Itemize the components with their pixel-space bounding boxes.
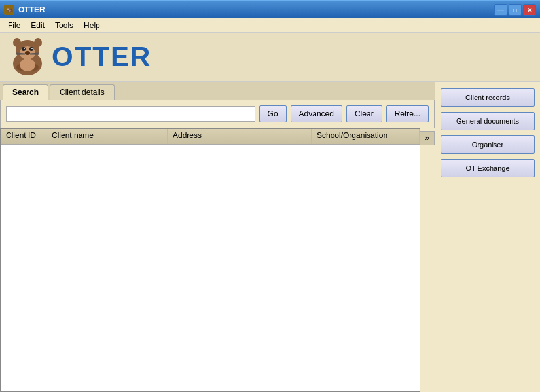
svg-point-16 — [20, 58, 35, 71]
menu-tools[interactable]: Tools — [50, 20, 79, 31]
collapse-button[interactable]: » — [420, 131, 435, 145]
col-header-school: School/Organisation — [312, 129, 420, 144]
title-bar-left: 🦦 OTTER — [4, 5, 45, 15]
tab-bar: Search Client details — [0, 82, 435, 100]
organiser-button[interactable]: Organiser — [441, 135, 535, 154]
menu-bar: File Edit Tools Help — [0, 18, 540, 33]
client-records-button[interactable]: Client records — [441, 88, 535, 107]
app-header: OTTER — [0, 33, 540, 82]
general-documents-button[interactable]: General documents — [441, 112, 535, 130]
svg-point-5 — [22, 47, 26, 51]
svg-point-6 — [29, 47, 33, 51]
logo-text: OTTER — [52, 41, 151, 73]
window-title: OTTER — [18, 5, 45, 14]
svg-point-9 — [25, 51, 30, 55]
logo-image — [7, 36, 49, 79]
left-main: Client ID Client name Address School/Org… — [0, 128, 420, 392]
col-header-address: Address — [168, 129, 312, 144]
menu-help[interactable]: Help — [79, 20, 105, 31]
title-bar-controls[interactable]: — □ ✕ — [494, 4, 536, 16]
clear-button[interactable]: Clear — [346, 105, 382, 122]
svg-point-2 — [13, 38, 21, 47]
tab-client-details[interactable]: Client details — [50, 84, 115, 100]
menu-edit[interactable]: Edit — [26, 20, 50, 31]
go-button[interactable]: Go — [259, 105, 287, 122]
menu-file[interactable]: File — [3, 20, 26, 31]
table-header: Client ID Client name Address School/Org… — [1, 129, 420, 145]
left-panel: Search Client details Go Advanced Clear … — [0, 82, 435, 392]
minimize-button[interactable]: — — [494, 4, 507, 16]
maximize-button[interactable]: □ — [509, 4, 522, 16]
svg-point-8 — [31, 48, 33, 49]
ot-exchange-button[interactable]: OT Exchange — [441, 159, 535, 177]
right-panel: Client records General documents Organis… — [435, 82, 540, 392]
table-panel: Client ID Client name Address School/Org… — [0, 128, 435, 392]
logo-container: OTTER — [7, 36, 151, 79]
table-body — [1, 145, 420, 391]
search-area: Go Advanced Clear Refre... — [0, 100, 435, 128]
title-bar: 🦦 OTTER — □ ✕ — [0, 0, 540, 18]
search-input[interactable] — [6, 106, 255, 122]
refresh-button[interactable]: Refre... — [386, 105, 429, 122]
search-row: Go Advanced Clear Refre... — [6, 105, 429, 122]
tab-search[interactable]: Search — [3, 84, 48, 100]
col-header-client-name: Client name — [46, 129, 168, 144]
svg-point-3 — [34, 38, 42, 47]
main-layout: Search Client details Go Advanced Clear … — [0, 82, 540, 392]
app-icon: 🦦 — [4, 5, 14, 15]
advanced-button[interactable]: Advanced — [291, 105, 342, 122]
svg-point-7 — [24, 48, 25, 49]
close-button[interactable]: ✕ — [523, 4, 536, 16]
col-header-client-id: Client ID — [1, 129, 46, 144]
